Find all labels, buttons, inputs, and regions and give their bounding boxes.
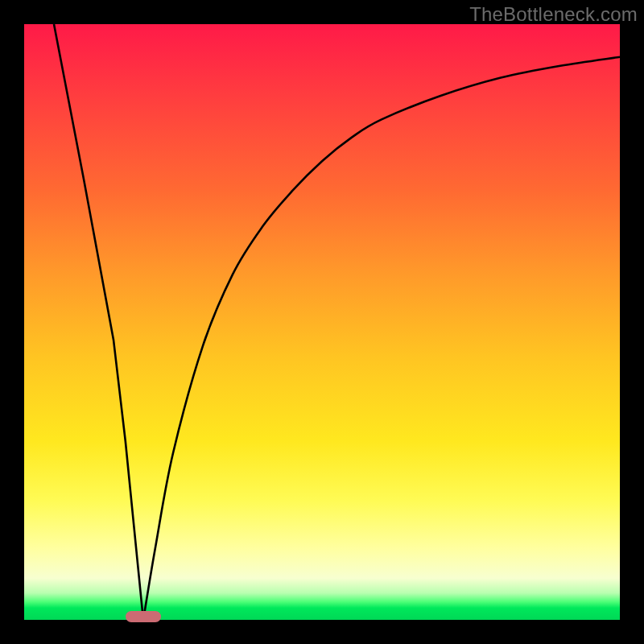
chart-frame: TheBottleneck.com (0, 0, 644, 644)
curve-left-branch (54, 24, 143, 620)
watermark-text: TheBottleneck.com (469, 3, 638, 26)
curve-layer (24, 24, 620, 620)
minimum-marker (126, 611, 161, 622)
curve-right-branch (143, 57, 620, 620)
plot-area (24, 24, 620, 620)
